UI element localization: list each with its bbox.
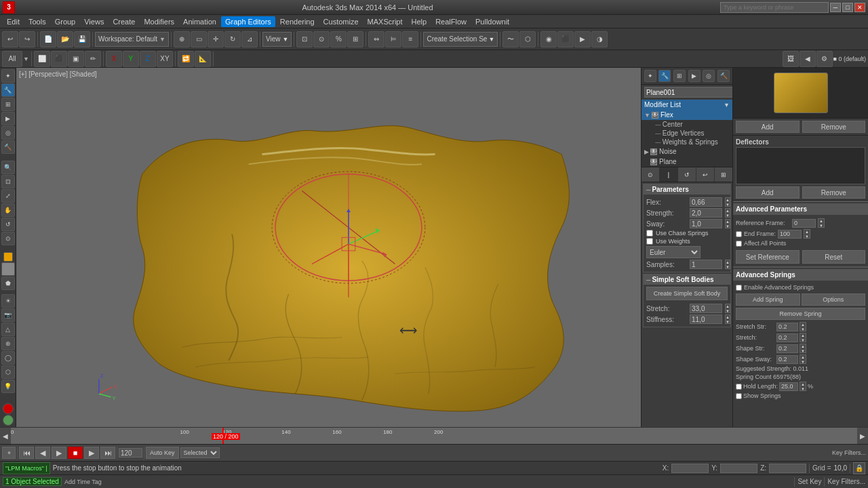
selection-set-dropdown[interactable]: Create Selection Se ▼ (423, 32, 498, 47)
display-tab[interactable]: ◎ (703, 70, 715, 82)
snap-3d-btn[interactable]: ⊡ (296, 31, 313, 47)
snap-percent-btn[interactable]: % (330, 31, 347, 47)
flex-spinner[interactable]: ▲▼ (725, 197, 730, 207)
color-square2[interactable] (1, 262, 15, 276)
set-key-btn[interactable]: ⌖ (2, 447, 16, 459)
add-btn-top[interactable]: Add (736, 121, 800, 133)
mat-id-btn[interactable]: ⬟ (1, 277, 15, 290)
restrict-plane-btn[interactable]: XY (157, 51, 173, 67)
samples-spinner[interactable]: ▲▼ (725, 260, 730, 269)
orbit-sel-btn[interactable]: ⊙ (1, 232, 15, 245)
flex-modifier[interactable]: ▼ 👁 Flex (642, 110, 732, 120)
menu-group[interactable]: Group (51, 16, 80, 27)
hold-length-spinner[interactable]: ▲▼ (800, 382, 806, 391)
color-square1[interactable] (3, 252, 13, 262)
set-reference-btn[interactable]: Set Reference (736, 250, 800, 264)
window-crossing-btn[interactable]: ▣ (68, 51, 84, 67)
chase-springs-checkbox[interactable] (646, 230, 653, 237)
undo-button[interactable]: ↩ (2, 31, 18, 47)
menu-graph-editors[interactable]: Graph Editors (221, 16, 275, 27)
end-frame-input[interactable] (778, 230, 802, 239)
deflectors-remove-btn[interactable]: Remove (802, 186, 866, 199)
affect-all-pts-checkbox[interactable] (736, 241, 742, 247)
subobj-tab-3[interactable]: ↺ (678, 167, 696, 182)
snap-angle-btn[interactable]: ⊙ (313, 31, 330, 47)
euler-select[interactable]: Euler (646, 246, 701, 258)
system-btn[interactable]: 💡 (1, 380, 15, 393)
enable-adv-springs-checkbox[interactable] (736, 285, 742, 291)
adv-stretch-spinner[interactable]: ▲▼ (800, 333, 806, 342)
timeline-next-btn[interactable]: ▶ (857, 428, 868, 444)
utilities-tab[interactable]: 🔨 (717, 70, 730, 82)
sway-input[interactable] (690, 219, 722, 228)
layer-btn[interactable]: ≡ (402, 31, 418, 47)
stop-btn[interactable]: ■ (68, 447, 83, 459)
hold-length-input[interactable] (779, 382, 798, 391)
flex-input[interactable] (690, 197, 722, 207)
soft-bodies-header[interactable]: ─ Simple Soft Bodies (644, 274, 730, 285)
schematic-btn[interactable]: ⬡ (519, 31, 536, 47)
end-frame-checkbox[interactable] (736, 231, 742, 237)
shapes-btn[interactable]: ◯ (1, 351, 15, 365)
timeline[interactable]: ◀ 0 100 120 140 160 180 200 120 / 200 ▶ (0, 427, 868, 445)
sway-spinner[interactable]: ▲▼ (725, 219, 730, 228)
maximize-button[interactable]: □ (842, 3, 853, 12)
deflectors-list[interactable] (736, 147, 865, 184)
noise-modifier[interactable]: ▶ 👁 Noise (642, 146, 732, 157)
red-sphere-btn[interactable] (3, 403, 14, 414)
stretch-spinner[interactable]: ▲▼ (725, 304, 730, 313)
open-button[interactable]: 📂 (57, 31, 73, 47)
menu-modifiers[interactable]: Modifiers (140, 16, 178, 27)
plane-visibility[interactable]: 👁 (650, 159, 657, 165)
zoom-all-btn[interactable]: ⊡ (1, 175, 15, 188)
flex-weights-springs[interactable]: ···· Weights & Springs (642, 138, 732, 146)
menu-realflow[interactable]: RealFlow (431, 16, 471, 27)
x-coord-input[interactable] (671, 464, 709, 473)
viewport[interactable]: [+] [Perspective] [Shaded] (16, 68, 641, 427)
create-panel-btn[interactable]: ✦ (1, 69, 15, 83)
autokey-btn[interactable]: Auto Key (146, 447, 179, 459)
render-frame-btn[interactable]: 🖼 (783, 51, 799, 67)
helpers-btn[interactable]: △ (1, 323, 15, 336)
use-weights-checkbox[interactable] (646, 238, 653, 245)
menu-pulldownit[interactable]: Pulldownit (471, 16, 513, 27)
render-prod-btn[interactable]: ◀ (800, 51, 816, 67)
next-frame-btn[interactable]: ▶ (84, 447, 99, 459)
create-soft-body-btn[interactable]: Create Simple Soft Body (646, 287, 728, 300)
display-btn[interactable]: ◎ (1, 126, 15, 140)
stretch-str-input[interactable] (776, 323, 798, 331)
flex-visibility[interactable]: 👁 (652, 112, 658, 119)
plane-modifier[interactable]: ▶ 👁 Plane (642, 157, 732, 167)
modify-tab[interactable]: 🔧 (658, 70, 671, 82)
reset-btn[interactable]: Reset (802, 250, 866, 264)
workspace-dropdown[interactable]: Workspace: Default ▼ (95, 32, 169, 47)
light-btn[interactable]: ☀ (1, 294, 15, 308)
green-sphere-btn[interactable] (3, 415, 14, 426)
rotate-btn[interactable]: ↻ (224, 31, 241, 47)
filter-all-btn[interactable]: All (2, 51, 22, 67)
remove-spring-btn[interactable]: Remove Spring (736, 308, 865, 320)
add-spring-btn[interactable]: Add Spring (736, 293, 800, 306)
activeshade-btn[interactable]: ◑ (591, 31, 608, 47)
shape-str-input[interactable] (776, 344, 798, 353)
search-input[interactable] (720, 2, 829, 13)
adv-stretch-input[interactable] (776, 333, 798, 342)
subobj-tab-4[interactable]: ↩ (696, 167, 715, 182)
render-settings-btn[interactable]: ⬛ (557, 31, 574, 47)
samples-input[interactable] (690, 260, 722, 269)
menu-edit[interactable]: Edit (3, 16, 24, 27)
stretch-str-spinner[interactable]: ▲▼ (800, 322, 806, 331)
menu-animation[interactable]: Animation (179, 16, 220, 27)
scale-btn[interactable]: ⊿ (241, 31, 258, 47)
play-btn[interactable]: ▶ (52, 447, 66, 459)
z-coord-input[interactable] (769, 464, 806, 473)
modify-panel-btn[interactable]: 🔧 (1, 83, 15, 97)
menu-maxscript[interactable]: MAXScript (363, 16, 407, 27)
align-btn[interactable]: ⊨ (385, 31, 401, 47)
pan-btn[interactable]: ✋ (1, 203, 15, 217)
key-filters-label[interactable]: Key Filters... (832, 449, 866, 456)
paint-sel-btn[interactable]: ✏ (85, 51, 101, 67)
options-btn[interactable]: Options (802, 293, 866, 306)
restrict-z-btn[interactable]: Z (140, 51, 156, 67)
hierarchy-tab[interactable]: ⊞ (673, 70, 686, 82)
